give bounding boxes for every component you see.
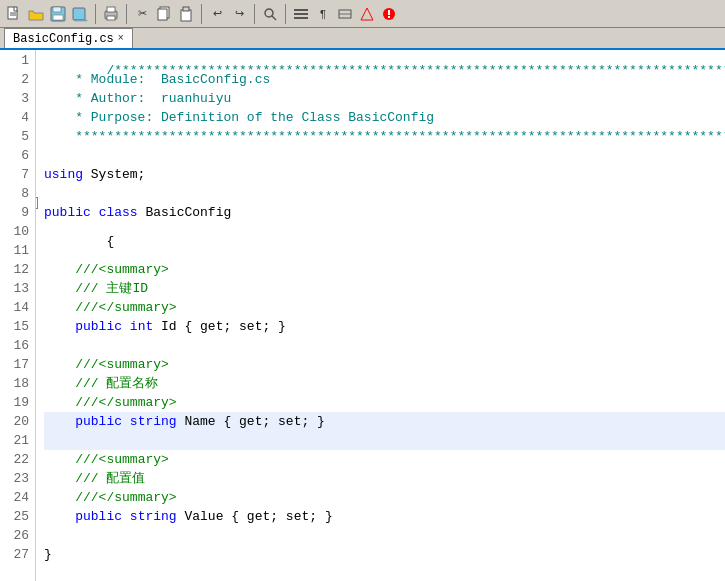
open-button[interactable] xyxy=(26,4,46,24)
line-num: 1 xyxy=(6,51,29,70)
tab-close-button[interactable]: × xyxy=(118,33,124,44)
line-num: 6 xyxy=(6,146,29,165)
extra4[interactable] xyxy=(357,4,377,24)
code-line-24: ///</summary> xyxy=(44,488,725,507)
toolbar: ✂ ↩ ↪ ¶ xyxy=(0,0,725,28)
redo-button[interactable]: ↪ xyxy=(229,4,249,24)
line-num: 4 xyxy=(6,108,29,127)
svg-rect-13 xyxy=(181,10,191,21)
svg-rect-10 xyxy=(107,16,115,20)
line-num: 10 xyxy=(6,222,29,241)
line-num: 26 xyxy=(6,526,29,545)
code-line-3: * Author: ruanhuiyu xyxy=(44,89,725,108)
line-num: 23 xyxy=(6,469,29,488)
code-line-13: /// 主键ID xyxy=(44,279,725,298)
svg-line-16 xyxy=(272,16,276,20)
line-num: 8 xyxy=(6,184,29,203)
editor: 1 2 3 4 5 6 7 8 9 10 11 12 13 14 15 16 1… xyxy=(0,50,725,581)
extra1[interactable] xyxy=(291,4,311,24)
line-num: 25 xyxy=(6,507,29,526)
line-num: 19 xyxy=(6,393,29,412)
paste-button[interactable] xyxy=(176,4,196,24)
tabbar: BasicConfig.cs × xyxy=(0,28,725,50)
code-line-21 xyxy=(44,431,725,450)
code-line-20: public string Name { get; set; } xyxy=(44,412,725,431)
code-area[interactable]: - /*************************************… xyxy=(36,50,725,581)
line-num: 18 xyxy=(6,374,29,393)
code-line-6 xyxy=(44,146,725,165)
line-num: 2 xyxy=(6,70,29,89)
svg-rect-7 xyxy=(75,20,87,21)
code-line-27: } xyxy=(44,545,725,564)
sep2 xyxy=(126,4,127,24)
fold-marker-10[interactable]: - xyxy=(36,197,38,209)
line-num: 16 xyxy=(6,336,29,355)
svg-rect-24 xyxy=(388,10,390,15)
copy-button[interactable] xyxy=(154,4,174,24)
code-line-16 xyxy=(44,336,725,355)
file-tab[interactable]: BasicConfig.cs × xyxy=(4,28,133,48)
line-num: 20 xyxy=(6,412,29,431)
code-line-5: ****************************************… xyxy=(44,127,725,146)
code-line-19: ///</summary> xyxy=(44,393,725,412)
line-num: 22 xyxy=(6,450,29,469)
code-line-8 xyxy=(44,184,725,203)
print-button[interactable] xyxy=(101,4,121,24)
code-line-4: * Purpose: Definition of the Class Basic… xyxy=(44,108,725,127)
line-num: 27 xyxy=(6,545,29,564)
line-numbers: 1 2 3 4 5 6 7 8 9 10 11 12 13 14 15 16 1… xyxy=(0,50,36,581)
svg-rect-6 xyxy=(73,8,85,20)
line-num: 5 xyxy=(6,127,29,146)
line-num: 13 xyxy=(6,279,29,298)
save-button[interactable] xyxy=(48,4,68,24)
line-num: 12 xyxy=(6,260,29,279)
svg-rect-17 xyxy=(294,9,308,11)
extra3[interactable] xyxy=(335,4,355,24)
saveall-button[interactable] xyxy=(70,4,90,24)
line-num: 3 xyxy=(6,89,29,108)
svg-point-15 xyxy=(265,9,273,17)
line-num: 11 xyxy=(6,241,29,260)
sep5 xyxy=(285,4,286,24)
extra5[interactable] xyxy=(379,4,399,24)
svg-rect-12 xyxy=(158,9,167,20)
sep1 xyxy=(95,4,96,24)
line-num: 24 xyxy=(6,488,29,507)
line-num: 17 xyxy=(6,355,29,374)
sep3 xyxy=(201,4,202,24)
line-num: 15 xyxy=(6,317,29,336)
svg-rect-18 xyxy=(294,13,308,15)
code-line-18: /// 配置名称 xyxy=(44,374,725,393)
code-line-25: public string Value { get; set; } xyxy=(44,507,725,526)
svg-rect-4 xyxy=(53,7,61,12)
code-line-11 xyxy=(44,241,725,260)
find-button[interactable] xyxy=(260,4,280,24)
code-line-7: using System; xyxy=(44,165,725,184)
svg-rect-14 xyxy=(183,7,189,11)
code-line-22: ///<summary> xyxy=(44,450,725,469)
svg-rect-5 xyxy=(53,15,63,20)
cut-button[interactable]: ✂ xyxy=(132,4,152,24)
code-line-23: /// 配置值 xyxy=(44,469,725,488)
line-num: 14 xyxy=(6,298,29,317)
svg-rect-9 xyxy=(107,7,115,12)
svg-marker-22 xyxy=(361,8,373,20)
extra2[interactable]: ¶ xyxy=(313,4,333,24)
code-line-15: public int Id { get; set; } xyxy=(44,317,725,336)
svg-rect-19 xyxy=(294,17,308,19)
new-button[interactable] xyxy=(4,4,24,24)
sep4 xyxy=(254,4,255,24)
code-line-2: * Module: BasicConfig.cs xyxy=(44,70,725,89)
line-num: 7 xyxy=(6,165,29,184)
tab-label: BasicConfig.cs xyxy=(13,32,114,46)
code-line-1: - /*************************************… xyxy=(44,51,725,70)
line-num: 9 xyxy=(6,203,29,222)
line-num: 21 xyxy=(6,431,29,450)
code-line-14: ///</summary> xyxy=(44,298,725,317)
code-line-12: ///<summary> xyxy=(44,260,725,279)
code-line-10: - { xyxy=(44,222,725,241)
code-line-17: ///<summary> xyxy=(44,355,725,374)
svg-rect-25 xyxy=(388,16,390,18)
undo-button[interactable]: ↩ xyxy=(207,4,227,24)
code-line-26 xyxy=(44,526,725,545)
